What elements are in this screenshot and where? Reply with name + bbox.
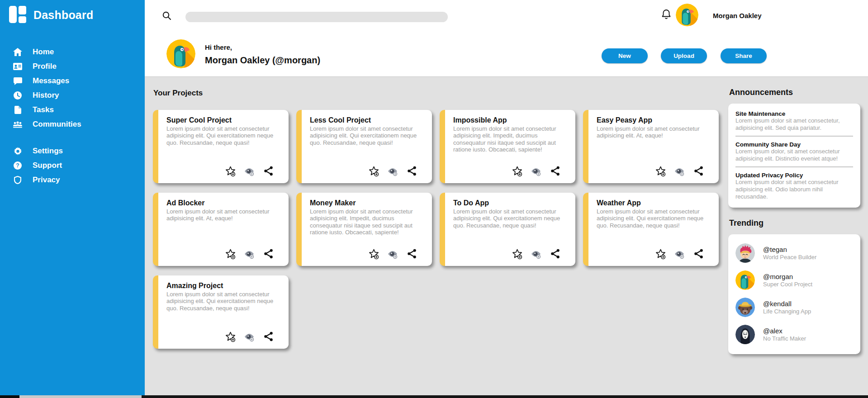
project-description: Lorem ipsum dolor sit amet consectetur a…	[302, 207, 432, 236]
favorite-add-icon[interactable]	[368, 248, 379, 260]
upload-button[interactable]: Upload	[661, 48, 707, 63]
share-icon[interactable]	[549, 248, 561, 260]
trending-item[interactable]: @tegan World Peace Builder	[735, 243, 853, 263]
sidebar-item-profile[interactable]: Profile	[0, 59, 145, 74]
favorite-add-icon[interactable]	[224, 331, 236, 342]
share-icon[interactable]	[262, 331, 274, 342]
card-actions	[511, 165, 561, 177]
dashboard-logo-icon	[9, 6, 27, 24]
favorite-add-icon[interactable]	[368, 165, 379, 177]
share-icon[interactable]	[549, 165, 561, 177]
divider	[735, 136, 853, 137]
dashboard-app: Dashboard Home Profile Messages	[0, 0, 868, 398]
trending-subtitle: No Traffic Maker	[763, 335, 806, 342]
trending-item[interactable]: @alex No Traffic Maker	[735, 325, 853, 344]
announcement-body: Lorem ipsum dolor sit amet consectetur, …	[735, 117, 853, 131]
topbar-user-name: Morgan Oakley	[713, 12, 762, 19]
sidebar-item-settings[interactable]: Settings	[0, 144, 145, 158]
favorite-add-icon[interactable]	[655, 248, 666, 260]
trending-panel: @tegan World Peace Builder @morgan Super…	[728, 234, 860, 354]
watch-add-icon[interactable]	[243, 165, 255, 177]
watch-add-icon[interactable]	[387, 165, 398, 177]
share-icon[interactable]	[262, 165, 274, 177]
card-actions	[368, 248, 417, 260]
project-description: Lorem ipsum dolor sit amet consectetur a…	[302, 124, 432, 146]
share-icon[interactable]	[693, 248, 704, 260]
privacy-icon	[13, 175, 23, 185]
project-description: Lorem ipsum dolor sit amet consectetur a…	[158, 207, 289, 222]
brand: Dashboard	[0, 0, 145, 24]
announcement-body: Lorem ipsum dolor sit amet consectetur a…	[735, 179, 853, 200]
project-title: Money Maker	[302, 193, 432, 207]
topbar-user-avatar[interactable]	[676, 4, 698, 26]
favorite-add-icon[interactable]	[224, 248, 236, 260]
favorite-add-icon[interactable]	[224, 165, 236, 177]
watch-add-icon[interactable]	[530, 165, 542, 177]
project-card[interactable]: To Do App Lorem ipsum dolor sit amet con…	[440, 193, 575, 266]
share-icon[interactable]	[693, 165, 704, 177]
project-title: Easy Peasy App	[588, 110, 719, 124]
search-input[interactable]	[185, 12, 448, 22]
watch-add-icon[interactable]	[674, 248, 685, 260]
favorite-add-icon[interactable]	[655, 165, 666, 177]
project-card[interactable]: Weather App Lorem ipsum dolor sit amet c…	[583, 193, 719, 266]
sidebar-item-messages[interactable]: Messages	[0, 74, 145, 88]
card-actions	[224, 331, 274, 342]
project-card[interactable]: Amazing Project Lorem ipsum dolor sit am…	[153, 275, 289, 349]
trending-item[interactable]: @kendall Life Changing App	[735, 298, 853, 317]
project-description: Lorem ipsum dolor sit amet consectetur a…	[158, 290, 289, 312]
trending-item[interactable]: @morgan Super Cool Project	[735, 270, 853, 290]
announcement-body: Lorem ipsum dolor, sit amet consectetur …	[735, 148, 853, 162]
project-card[interactable]: Super Cool Project Lorem ipsum dolor sit…	[153, 110, 289, 183]
avatar-morgan	[735, 270, 755, 290]
watch-add-icon[interactable]	[530, 248, 542, 260]
share-icon[interactable]	[262, 248, 274, 260]
greeting-user-line: Morgan Oakley (@morgan)	[205, 55, 320, 66]
messages-icon	[13, 76, 23, 85]
trending-handle: @morgan	[763, 273, 812, 280]
watch-add-icon[interactable]	[674, 165, 685, 177]
profile-icon	[13, 62, 23, 71]
sidebar-item-privacy[interactable]: Privacy	[0, 173, 145, 187]
favorite-add-icon[interactable]	[511, 165, 523, 177]
home-icon	[13, 47, 23, 57]
project-description: Lorem ipsum dolor sit amet consectetur a…	[588, 124, 719, 139]
trending-handle: @kendall	[763, 300, 811, 308]
communities-icon	[13, 120, 23, 129]
project-title: Impossible App	[445, 110, 575, 124]
new-button[interactable]: New	[602, 48, 648, 63]
favorite-add-icon[interactable]	[511, 248, 523, 260]
announcement-title: Site Maintenance	[735, 110, 853, 117]
project-card[interactable]: Money Maker Lorem ipsum dolor sit amet c…	[296, 193, 432, 266]
profile-avatar	[166, 39, 195, 68]
watch-add-icon[interactable]	[243, 248, 255, 260]
announcements-panel: Site Maintenance Lorem ipsum dolor sit a…	[728, 104, 860, 208]
card-actions	[224, 248, 274, 260]
project-card[interactable]: Impossible App Lorem ipsum dolor sit ame…	[440, 110, 575, 183]
watch-add-icon[interactable]	[243, 331, 255, 342]
taskbar-edge	[0, 395, 868, 398]
project-card[interactable]: Less Cool Project Lorem ipsum dolor sit …	[296, 110, 432, 183]
share-icon[interactable]	[406, 165, 417, 177]
trending-handle: @alex	[763, 327, 806, 335]
project-card[interactable]: Easy Peasy App Lorem ipsum dolor sit ame…	[583, 110, 719, 183]
share-icon[interactable]	[406, 248, 417, 260]
trending-subtitle: World Peace Builder	[763, 254, 816, 261]
sidebar-item-tasks[interactable]: Tasks	[0, 103, 145, 117]
sidebar-item-communities[interactable]: Communities	[0, 117, 145, 132]
sidebar-item-history[interactable]: History	[0, 88, 145, 103]
card-actions	[368, 165, 417, 177]
share-button[interactable]: Share	[721, 48, 767, 63]
sidebar-nav-main: Home Profile Messages History	[0, 45, 145, 132]
project-title: Weather App	[588, 193, 719, 207]
sidebar-item-support[interactable]: ? Support	[0, 158, 145, 173]
notifications-bell-icon[interactable]	[661, 9, 671, 22]
sidebar-item-home[interactable]: Home	[0, 45, 145, 59]
card-actions	[511, 248, 561, 260]
announcement-item: Updated Privacy Policy Lorem ipsum dolor…	[735, 172, 853, 200]
project-card[interactable]: Ad Blocker Lorem ipsum dolor sit amet co…	[153, 193, 289, 266]
project-title: Ad Blocker	[158, 193, 289, 207]
announcement-item: Community Share Day Lorem ipsum dolor, s…	[735, 141, 853, 162]
search-icon	[162, 11, 172, 23]
watch-add-icon[interactable]	[387, 248, 398, 260]
